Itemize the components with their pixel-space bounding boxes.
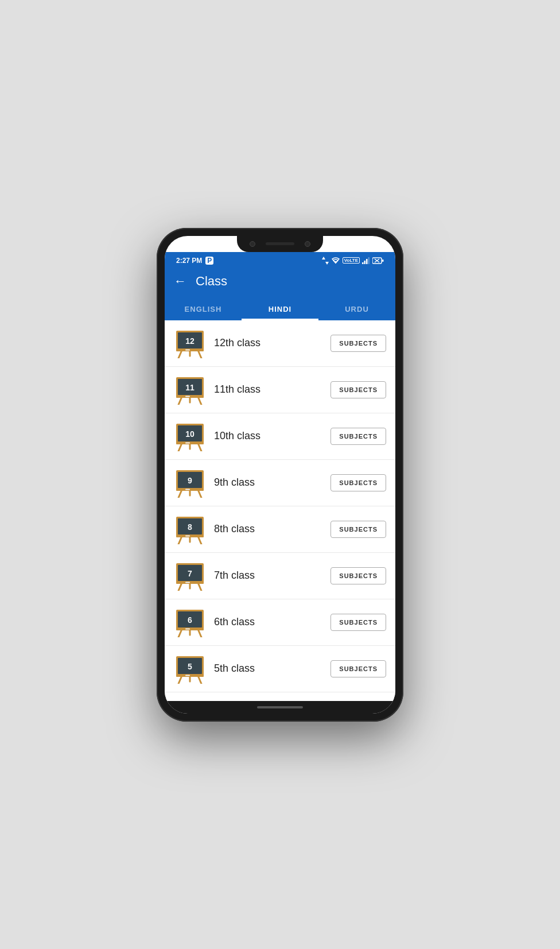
svg-rect-56 bbox=[185, 582, 190, 583]
table-row: 8 8th classSUBJECTS bbox=[165, 506, 395, 553]
front-camera bbox=[250, 241, 255, 247]
subjects-button[interactable]: SUBJECTS bbox=[330, 521, 386, 538]
svg-line-51 bbox=[198, 583, 201, 591]
svg-text:7: 7 bbox=[188, 569, 192, 578]
svg-text:12: 12 bbox=[185, 336, 195, 346]
svg-line-35 bbox=[198, 490, 201, 498]
table-row: 12 12th classSUBJECTS bbox=[165, 320, 395, 367]
svg-rect-32 bbox=[185, 442, 190, 443]
svg-line-42 bbox=[178, 536, 182, 544]
app-bar: ← Class bbox=[165, 267, 395, 298]
svg-line-43 bbox=[198, 536, 201, 544]
wifi-icon bbox=[331, 257, 340, 264]
svg-line-19 bbox=[198, 397, 201, 405]
svg-line-26 bbox=[178, 443, 182, 451]
chalkboard-icon: 5 bbox=[174, 654, 206, 684]
notch bbox=[237, 236, 323, 252]
status-time: 2:27 PM bbox=[176, 257, 202, 265]
class-name-label: 12th class bbox=[214, 337, 322, 349]
svg-rect-5 bbox=[368, 257, 370, 264]
svg-text:6: 6 bbox=[188, 615, 192, 625]
status-bar: 2:27 PM P VoLTE bbox=[165, 252, 395, 267]
svg-marker-1 bbox=[325, 262, 329, 265]
subjects-button[interactable]: SUBJECTS bbox=[330, 660, 386, 677]
table-row: 7 7th classSUBJECTS bbox=[165, 553, 395, 599]
class-name-label: 5th class bbox=[214, 663, 322, 675]
home-indicator bbox=[257, 706, 303, 708]
subjects-button[interactable]: SUBJECTS bbox=[330, 474, 386, 491]
speaker bbox=[266, 242, 294, 245]
phone-frame: 2:27 PM P VoLTE bbox=[157, 228, 403, 722]
chalkboard-icon: 8 bbox=[174, 514, 206, 544]
svg-line-66 bbox=[178, 676, 182, 684]
svg-text:10: 10 bbox=[185, 429, 195, 439]
svg-rect-15 bbox=[176, 349, 204, 351]
tab-urdu[interactable]: URDU bbox=[318, 298, 395, 320]
svg-rect-23 bbox=[176, 396, 204, 398]
svg-line-11 bbox=[198, 350, 201, 358]
status-icons-group: VoLTE bbox=[322, 257, 384, 265]
chalkboard-icon: 7 bbox=[174, 561, 206, 591]
svg-line-10 bbox=[178, 350, 182, 358]
svg-rect-2 bbox=[362, 262, 364, 264]
svg-text:11: 11 bbox=[185, 383, 195, 392]
data-arrows-icon bbox=[322, 257, 329, 265]
class-list[interactable]: 12 12th classSUBJECTS 11 11th classSUBJE… bbox=[165, 320, 395, 701]
front-camera-2 bbox=[305, 241, 310, 247]
back-button[interactable]: ← bbox=[174, 275, 186, 288]
tab-hindi[interactable]: HINDI bbox=[242, 298, 318, 320]
signal-icon bbox=[362, 257, 370, 264]
subjects-button[interactable]: SUBJECTS bbox=[330, 381, 386, 398]
class-name-label: 10th class bbox=[214, 430, 322, 442]
phone-screen: 2:27 PM P VoLTE bbox=[165, 236, 395, 714]
chalkboard-icon: 9 bbox=[174, 468, 206, 498]
subjects-button[interactable]: SUBJECTS bbox=[330, 335, 386, 352]
svg-text:5: 5 bbox=[188, 662, 192, 671]
class-name-label: 8th class bbox=[214, 523, 322, 535]
svg-line-34 bbox=[178, 490, 182, 498]
battery-icon bbox=[372, 257, 384, 264]
page-title: Class bbox=[196, 274, 227, 289]
chalkboard-icon: 6 bbox=[174, 607, 206, 637]
svg-rect-48 bbox=[185, 535, 190, 536]
svg-line-18 bbox=[178, 397, 182, 405]
class-name-label: 6th class bbox=[214, 616, 322, 628]
table-row: 11 11th classSUBJECTS bbox=[165, 367, 395, 413]
svg-marker-0 bbox=[322, 257, 325, 259]
svg-rect-24 bbox=[185, 396, 190, 397]
svg-rect-7 bbox=[382, 259, 384, 262]
table-row: 6 6th classSUBJECTS bbox=[165, 599, 395, 646]
chalkboard-icon: 10 bbox=[174, 421, 206, 451]
svg-text:9: 9 bbox=[188, 476, 192, 485]
bottom-bar bbox=[165, 701, 395, 714]
svg-rect-40 bbox=[185, 489, 190, 490]
svg-rect-31 bbox=[176, 442, 204, 444]
svg-rect-4 bbox=[366, 259, 368, 264]
tabs-container: ENGLISHHINDIURDU bbox=[165, 298, 395, 320]
class-name-label: 7th class bbox=[214, 570, 322, 582]
table-row: 9 9th classSUBJECTS bbox=[165, 460, 395, 506]
svg-text:8: 8 bbox=[188, 522, 192, 532]
svg-rect-3 bbox=[364, 261, 366, 264]
svg-rect-16 bbox=[185, 349, 190, 350]
svg-rect-63 bbox=[176, 628, 204, 630]
svg-rect-72 bbox=[185, 675, 190, 676]
svg-line-50 bbox=[178, 583, 182, 591]
subjects-button[interactable]: SUBJECTS bbox=[330, 567, 386, 584]
chalkboard-icon: 12 bbox=[174, 328, 206, 358]
svg-line-59 bbox=[198, 629, 201, 637]
class-name-label: 9th class bbox=[214, 477, 322, 489]
subjects-button[interactable]: SUBJECTS bbox=[330, 428, 386, 445]
tab-english[interactable]: ENGLISH bbox=[165, 298, 242, 320]
svg-rect-71 bbox=[176, 675, 204, 677]
chalkboard-icon: 11 bbox=[174, 375, 206, 405]
subjects-button[interactable]: SUBJECTS bbox=[330, 614, 386, 631]
svg-rect-39 bbox=[176, 489, 204, 491]
table-row: 10 10th classSUBJECTS bbox=[165, 413, 395, 460]
svg-line-58 bbox=[178, 629, 182, 637]
table-row: 5 5th classSUBJECTS bbox=[165, 646, 395, 692]
class-name-label: 11th class bbox=[214, 384, 322, 396]
svg-rect-47 bbox=[176, 535, 204, 537]
svg-rect-55 bbox=[176, 582, 204, 584]
parking-icon: P bbox=[205, 257, 213, 265]
